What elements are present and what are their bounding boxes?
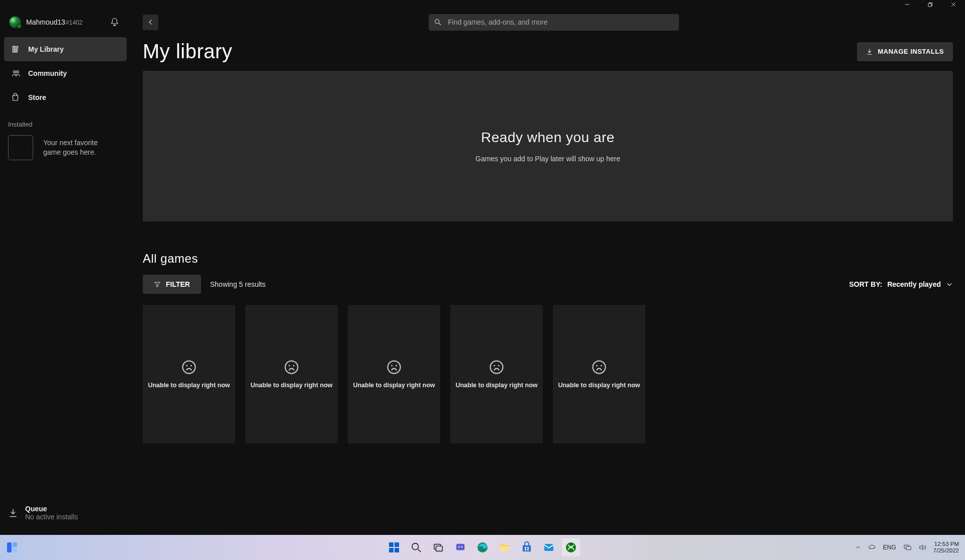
svg-rect-2 bbox=[928, 4, 931, 7]
xbox-app-button[interactable] bbox=[562, 538, 580, 556]
queue-texts: Queue No active installs bbox=[25, 505, 78, 521]
game-card[interactable]: Unable to display right now bbox=[553, 305, 645, 443]
svg-point-19 bbox=[391, 365, 393, 366]
svg-line-11 bbox=[439, 23, 441, 25]
page-header: My library MANAGE INSTALLS bbox=[131, 35, 965, 71]
filter-label: FILTER bbox=[166, 280, 190, 288]
svg-point-25 bbox=[596, 365, 598, 366]
all-games-title: All games bbox=[131, 221, 965, 275]
tray-chevron-up-icon[interactable] bbox=[855, 544, 861, 550]
chat-button[interactable] bbox=[451, 538, 469, 556]
chevron-down-icon bbox=[946, 281, 953, 288]
taskbar-center bbox=[385, 538, 580, 556]
notifications-button[interactable] bbox=[108, 15, 122, 29]
time-text: 12:53 PM bbox=[934, 541, 959, 547]
sidebar-item-label: My Library bbox=[28, 45, 64, 53]
sidebar-item-label: Store bbox=[28, 93, 46, 101]
filter-icon bbox=[154, 281, 161, 288]
back-button[interactable] bbox=[143, 15, 158, 30]
volume-icon[interactable] bbox=[918, 543, 926, 551]
svg-point-14 bbox=[190, 365, 192, 366]
svg-rect-31 bbox=[395, 542, 399, 547]
svg-point-9 bbox=[17, 71, 19, 73]
filter-button[interactable]: FILTER bbox=[143, 275, 201, 294]
library-icon bbox=[11, 44, 21, 54]
sidebar-nav: My Library Community Store bbox=[0, 35, 131, 111]
maximize-button[interactable] bbox=[919, 0, 942, 9]
play-later-hero: Ready when you are Games you add to Play… bbox=[143, 71, 953, 221]
svg-rect-30 bbox=[389, 542, 394, 547]
minimize-button[interactable] bbox=[896, 0, 919, 9]
chevron-left-icon bbox=[147, 19, 154, 26]
game-card-text: Unable to display right now bbox=[247, 382, 335, 389]
svg-rect-29 bbox=[13, 548, 17, 552]
svg-point-34 bbox=[412, 543, 419, 550]
game-card[interactable]: Unable to display right now bbox=[143, 305, 235, 443]
sidebar-item-my-library[interactable]: My Library bbox=[4, 37, 127, 61]
clock[interactable]: 12:53 PM 7/25/2022 bbox=[933, 541, 959, 554]
queue-subtitle: No active installs bbox=[25, 513, 78, 521]
sad-face-icon bbox=[181, 360, 197, 375]
language-indicator[interactable]: ENG bbox=[883, 544, 896, 551]
network-icon[interactable] bbox=[903, 543, 911, 551]
onedrive-icon[interactable] bbox=[868, 543, 876, 551]
queue-title: Queue bbox=[25, 505, 78, 513]
svg-rect-5 bbox=[13, 46, 14, 52]
window-controls bbox=[896, 0, 965, 9]
game-cards-row: Unable to display right now Unable to di… bbox=[131, 294, 965, 443]
svg-point-17 bbox=[293, 365, 295, 366]
svg-point-26 bbox=[601, 365, 602, 366]
svg-rect-44 bbox=[527, 547, 529, 548]
bell-icon bbox=[110, 18, 119, 27]
game-card[interactable]: Unable to display right now bbox=[348, 305, 440, 443]
installed-placeholder-row[interactable]: Your next favorite game goes here. bbox=[8, 135, 123, 160]
svg-point-40 bbox=[461, 546, 462, 548]
installed-label: Installed bbox=[8, 121, 123, 128]
svg-rect-45 bbox=[525, 549, 526, 550]
svg-point-20 bbox=[396, 365, 397, 366]
svg-rect-33 bbox=[395, 548, 399, 552]
sad-face-icon bbox=[387, 360, 402, 375]
svg-point-21 bbox=[491, 361, 503, 374]
sidebar-item-label: Community bbox=[28, 69, 67, 77]
file-explorer-button[interactable] bbox=[496, 538, 514, 556]
game-card[interactable]: Unable to display right now bbox=[450, 305, 543, 443]
svg-point-23 bbox=[498, 365, 500, 366]
svg-rect-27 bbox=[7, 542, 12, 552]
manage-installs-button[interactable]: MANAGE INSTALLS bbox=[857, 42, 953, 61]
svg-rect-28 bbox=[13, 542, 17, 547]
svg-rect-32 bbox=[389, 548, 394, 552]
filter-row: FILTER Showing 5 results SORT BY: Recent… bbox=[131, 275, 965, 294]
svg-point-22 bbox=[494, 365, 495, 366]
svg-point-12 bbox=[183, 361, 196, 374]
username: Mahmoud13 bbox=[26, 18, 65, 26]
close-button[interactable] bbox=[942, 0, 965, 9]
svg-point-39 bbox=[458, 546, 460, 548]
results-text: Showing 5 results bbox=[210, 280, 266, 288]
task-view-button[interactable] bbox=[429, 538, 447, 556]
main-content: My library MANAGE INSTALLS Ready when yo… bbox=[131, 9, 965, 535]
titlebar bbox=[0, 0, 965, 9]
sidebar-item-community[interactable]: Community bbox=[4, 61, 127, 85]
start-button[interactable] bbox=[385, 538, 403, 556]
community-icon bbox=[11, 68, 21, 78]
search-button[interactable] bbox=[407, 538, 425, 556]
sort-dropdown[interactable]: SORT BY: Recently played bbox=[849, 280, 953, 288]
game-card-text: Unable to display right now bbox=[555, 382, 643, 389]
ms-store-button[interactable] bbox=[518, 538, 536, 556]
sidebar-item-store[interactable]: Store bbox=[4, 85, 127, 109]
game-card[interactable]: Unable to display right now bbox=[245, 305, 338, 443]
profile-row[interactable]: Mahmoud13#1402 bbox=[0, 9, 131, 35]
svg-point-10 bbox=[435, 20, 439, 24]
edge-button[interactable] bbox=[473, 538, 492, 556]
svg-rect-43 bbox=[525, 547, 526, 548]
sad-face-icon bbox=[592, 360, 607, 375]
search-input[interactable] bbox=[429, 14, 679, 31]
manage-installs-label: MANAGE INSTALLS bbox=[878, 48, 944, 55]
hero-subtitle: Games you add to Play later will show up… bbox=[475, 155, 620, 163]
queue-row[interactable]: Queue No active installs bbox=[0, 491, 131, 535]
widgets-button[interactable] bbox=[6, 541, 18, 553]
sidebar: Mahmoud13#1402 My Library Comm bbox=[0, 9, 131, 535]
mail-button[interactable] bbox=[540, 538, 558, 556]
installed-placeholder-box bbox=[8, 135, 33, 160]
